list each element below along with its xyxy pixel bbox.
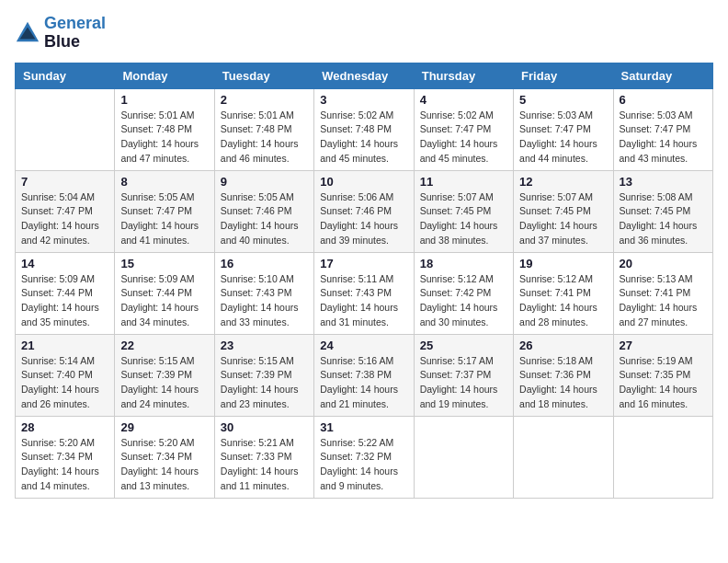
calendar-cell: 25Sunrise: 5:17 AMSunset: 7:37 PMDayligh… — [414, 334, 513, 416]
day-info: Sunrise: 5:07 AMSunset: 7:45 PMDaylight:… — [519, 190, 607, 248]
day-info: Sunrise: 5:13 AMSunset: 7:41 PMDaylight:… — [620, 272, 707, 330]
day-info: Sunrise: 5:15 AMSunset: 7:39 PMDaylight:… — [120, 354, 208, 412]
day-number: 12 — [519, 175, 607, 189]
calendar-cell: 10Sunrise: 5:06 AMSunset: 7:46 PMDayligh… — [314, 170, 414, 252]
day-number: 6 — [620, 93, 707, 107]
calendar-cell: 24Sunrise: 5:16 AMSunset: 7:38 PMDayligh… — [314, 334, 414, 416]
day-info: Sunrise: 5:21 AMSunset: 7:33 PMDaylight:… — [221, 436, 308, 494]
day-number: 31 — [320, 420, 407, 434]
day-info: Sunrise: 5:01 AMSunset: 7:48 PMDaylight:… — [221, 109, 308, 167]
calendar-cell: 28Sunrise: 5:20 AMSunset: 7:34 PMDayligh… — [16, 416, 115, 498]
day-info: Sunrise: 5:17 AMSunset: 7:37 PMDaylight:… — [420, 354, 507, 412]
day-number: 15 — [120, 257, 208, 270]
calendar-cell: 15Sunrise: 5:09 AMSunset: 7:44 PMDayligh… — [115, 252, 214, 334]
day-number: 22 — [120, 339, 208, 352]
day-number: 29 — [120, 420, 208, 434]
calendar-cell: 1Sunrise: 5:01 AMSunset: 7:48 PMDaylight… — [115, 88, 214, 170]
day-number: 10 — [320, 175, 407, 189]
day-info: Sunrise: 5:05 AMSunset: 7:46 PMDaylight:… — [221, 190, 308, 248]
day-info: Sunrise: 5:02 AMSunset: 7:47 PMDaylight:… — [420, 109, 507, 167]
calendar-cell: 13Sunrise: 5:08 AMSunset: 7:45 PMDayligh… — [613, 170, 712, 252]
calendar-week-row: 1Sunrise: 5:01 AMSunset: 7:48 PMDaylight… — [16, 88, 713, 170]
logo: GeneralBlue — [15, 15, 106, 52]
page-header: GeneralBlue — [15, 15, 713, 52]
calendar-cell: 20Sunrise: 5:13 AMSunset: 7:41 PMDayligh… — [613, 252, 712, 334]
calendar-header-row: SundayMondayTuesdayWednesdayThursdayFrid… — [16, 63, 713, 88]
day-number: 13 — [620, 175, 707, 189]
day-info: Sunrise: 5:03 AMSunset: 7:47 PMDaylight:… — [620, 109, 707, 167]
day-info: Sunrise: 5:22 AMSunset: 7:32 PMDaylight:… — [320, 436, 407, 494]
day-number: 1 — [120, 93, 208, 107]
calendar-cell — [514, 416, 613, 498]
day-number: 18 — [420, 257, 507, 270]
header-day-saturday: Saturday — [613, 63, 712, 88]
day-info: Sunrise: 5:09 AMSunset: 7:44 PMDaylight:… — [21, 272, 108, 330]
day-number: 2 — [221, 93, 308, 107]
calendar-cell: 4Sunrise: 5:02 AMSunset: 7:47 PMDaylight… — [414, 88, 513, 170]
calendar-cell: 3Sunrise: 5:02 AMSunset: 7:48 PMDaylight… — [314, 88, 414, 170]
calendar-cell: 17Sunrise: 5:11 AMSunset: 7:43 PMDayligh… — [314, 252, 414, 334]
calendar-cell: 29Sunrise: 5:20 AMSunset: 7:34 PMDayligh… — [115, 416, 214, 498]
calendar-cell: 23Sunrise: 5:15 AMSunset: 7:39 PMDayligh… — [214, 334, 313, 416]
day-info: Sunrise: 5:06 AMSunset: 7:46 PMDaylight:… — [320, 190, 407, 248]
day-info: Sunrise: 5:09 AMSunset: 7:44 PMDaylight:… — [120, 272, 208, 330]
calendar-week-row: 14Sunrise: 5:09 AMSunset: 7:44 PMDayligh… — [16, 252, 713, 334]
day-number: 26 — [519, 339, 607, 352]
header-day-thursday: Thursday — [414, 63, 513, 88]
header-day-tuesday: Tuesday — [214, 63, 313, 88]
calendar-cell: 30Sunrise: 5:21 AMSunset: 7:33 PMDayligh… — [214, 416, 313, 498]
calendar-cell: 7Sunrise: 5:04 AMSunset: 7:47 PMDaylight… — [16, 170, 115, 252]
calendar-cell: 2Sunrise: 5:01 AMSunset: 7:48 PMDaylight… — [214, 88, 313, 170]
day-number: 28 — [21, 420, 108, 434]
calendar-cell: 19Sunrise: 5:12 AMSunset: 7:41 PMDayligh… — [514, 252, 613, 334]
day-number: 21 — [21, 339, 108, 352]
day-number: 30 — [221, 420, 308, 434]
calendar-week-row: 28Sunrise: 5:20 AMSunset: 7:34 PMDayligh… — [16, 416, 713, 498]
day-number: 7 — [21, 175, 108, 189]
day-number: 14 — [21, 257, 108, 270]
day-number: 11 — [420, 175, 507, 189]
calendar-cell: 31Sunrise: 5:22 AMSunset: 7:32 PMDayligh… — [314, 416, 414, 498]
day-info: Sunrise: 5:02 AMSunset: 7:48 PMDaylight:… — [320, 109, 407, 167]
day-info: Sunrise: 5:18 AMSunset: 7:36 PMDaylight:… — [519, 354, 607, 412]
day-info: Sunrise: 5:01 AMSunset: 7:48 PMDaylight:… — [120, 109, 208, 167]
day-info: Sunrise: 5:11 AMSunset: 7:43 PMDaylight:… — [320, 272, 407, 330]
day-number: 17 — [320, 257, 407, 270]
day-info: Sunrise: 5:16 AMSunset: 7:38 PMDaylight:… — [320, 354, 407, 412]
calendar-table: SundayMondayTuesdayWednesdayThursdayFrid… — [15, 63, 713, 499]
day-info: Sunrise: 5:04 AMSunset: 7:47 PMDaylight:… — [21, 190, 108, 248]
day-info: Sunrise: 5:10 AMSunset: 7:43 PMDaylight:… — [221, 272, 308, 330]
calendar-cell: 21Sunrise: 5:14 AMSunset: 7:40 PMDayligh… — [16, 334, 115, 416]
day-number: 19 — [519, 257, 607, 270]
day-number: 20 — [620, 257, 707, 270]
calendar-week-row: 21Sunrise: 5:14 AMSunset: 7:40 PMDayligh… — [16, 334, 713, 416]
day-info: Sunrise: 5:08 AMSunset: 7:45 PMDaylight:… — [620, 190, 707, 248]
day-number: 23 — [221, 339, 308, 352]
day-number: 24 — [320, 339, 407, 352]
calendar-cell: 12Sunrise: 5:07 AMSunset: 7:45 PMDayligh… — [514, 170, 613, 252]
day-number: 16 — [221, 257, 308, 270]
calendar-cell — [16, 88, 115, 170]
calendar-cell: 5Sunrise: 5:03 AMSunset: 7:47 PMDaylight… — [514, 88, 613, 170]
day-info: Sunrise: 5:15 AMSunset: 7:39 PMDaylight:… — [221, 354, 308, 412]
day-info: Sunrise: 5:20 AMSunset: 7:34 PMDaylight:… — [21, 436, 108, 494]
day-info: Sunrise: 5:12 AMSunset: 7:41 PMDaylight:… — [519, 272, 607, 330]
day-number: 9 — [221, 175, 308, 189]
day-info: Sunrise: 5:12 AMSunset: 7:42 PMDaylight:… — [420, 272, 507, 330]
calendar-cell: 26Sunrise: 5:18 AMSunset: 7:36 PMDayligh… — [514, 334, 613, 416]
day-number: 5 — [519, 93, 607, 107]
calendar-week-row: 7Sunrise: 5:04 AMSunset: 7:47 PMDaylight… — [16, 170, 713, 252]
day-info: Sunrise: 5:14 AMSunset: 7:40 PMDaylight:… — [21, 354, 108, 412]
header-day-friday: Friday — [514, 63, 613, 88]
calendar-cell — [613, 416, 712, 498]
calendar-cell: 14Sunrise: 5:09 AMSunset: 7:44 PMDayligh… — [16, 252, 115, 334]
header-day-sunday: Sunday — [16, 63, 115, 88]
header-day-wednesday: Wednesday — [314, 63, 414, 88]
calendar-cell: 6Sunrise: 5:03 AMSunset: 7:47 PMDaylight… — [613, 88, 712, 170]
day-info: Sunrise: 5:19 AMSunset: 7:35 PMDaylight:… — [620, 354, 707, 412]
day-number: 27 — [620, 339, 707, 352]
day-number: 8 — [120, 175, 208, 189]
calendar-cell: 16Sunrise: 5:10 AMSunset: 7:43 PMDayligh… — [214, 252, 313, 334]
day-number: 25 — [420, 339, 507, 352]
logo-text: GeneralBlue — [44, 15, 106, 52]
